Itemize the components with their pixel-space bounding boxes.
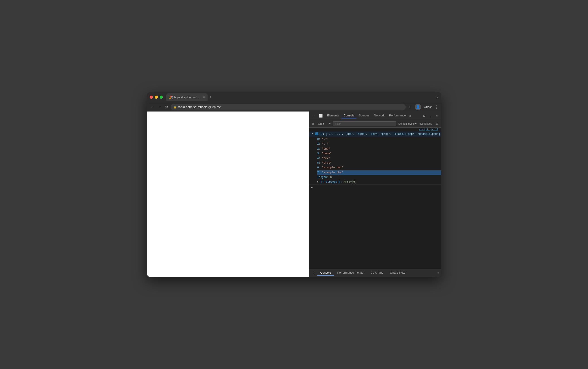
array-item-length: length: 8 xyxy=(317,175,441,180)
item-value: "example.bmp" xyxy=(322,166,343,170)
devtools-bottom-bar: ⋮ Console Performance monitor Coverage W… xyxy=(309,269,441,277)
array-item-prototype: ▶[[Prototype]]: Array(0) xyxy=(317,180,441,184)
console-settings-button[interactable]: ⚙ xyxy=(434,121,440,126)
default-levels-arrow-icon: ▾ xyxy=(415,122,416,125)
array-item-3: 3: "home" xyxy=(317,151,441,156)
back-button[interactable]: ← xyxy=(150,104,155,110)
tab-title: https://rapid-concise-muscle.g... xyxy=(174,96,201,99)
tab-performance[interactable]: Performance xyxy=(387,113,408,118)
item-key: length: xyxy=(317,175,328,180)
tab-close-button[interactable]: × xyxy=(203,96,205,99)
array-item-0: 0: "." xyxy=(317,137,441,142)
bottom-tab-coverage[interactable]: Coverage xyxy=(368,270,386,276)
reload-button[interactable]: ↻ xyxy=(164,104,169,110)
filter-input[interactable] xyxy=(333,121,396,126)
devtools-close-button[interactable]: × xyxy=(435,113,439,118)
item-value: ".." xyxy=(322,142,328,146)
info-badge: i xyxy=(315,132,318,135)
default-levels-label: Default levels xyxy=(398,122,415,125)
url-bar[interactable]: 🔒 rapid-concise-muscle.glitch.me xyxy=(171,104,406,110)
address-right-controls: ⊡ 👤 Guest ⋮ xyxy=(409,104,438,110)
console-toolbar: ⊘ top ▾ 👁 Default levels ▾ No Issues ⚙ xyxy=(309,120,441,128)
minimize-button[interactable] xyxy=(155,96,158,99)
item-value: "dev" xyxy=(322,156,330,161)
console-clear-button[interactable]: ⊘ xyxy=(311,121,316,126)
item-key: 7: xyxy=(317,171,320,175)
avatar-button[interactable]: 👤 xyxy=(415,104,421,110)
item-key: 6: xyxy=(317,166,320,170)
default-levels-button[interactable]: Default levels ▾ xyxy=(397,122,418,126)
lock-icon: 🔒 xyxy=(173,105,177,109)
title-bar: 🎉 https://rapid-concise-muscle.g... × + … xyxy=(147,92,441,102)
address-bar: ← → ↻ 🔒 rapid-concise-muscle.glitch.me ⊡… xyxy=(147,102,441,112)
item-value: 8 xyxy=(330,175,332,180)
tab-bar: 🎉 https://rapid-concise-muscle.g... × + xyxy=(166,93,434,101)
browser-window: 🎉 https://rapid-concise-muscle.g... × + … xyxy=(147,92,441,277)
console-prompt[interactable]: ▶ xyxy=(309,184,441,190)
devtools-more-button[interactable]: ⋮ xyxy=(428,113,434,118)
bottom-dots-button[interactable]: ⋮ xyxy=(311,271,317,275)
main-area: ⬚ ⬜ Elements Console Sources Network Per… xyxy=(147,112,441,277)
tab-sources[interactable]: Sources xyxy=(356,113,372,118)
array-item-2: 2: "tmp" xyxy=(317,147,441,151)
item-value: "." xyxy=(322,137,327,142)
array-summary-text: (8) ['.', '..', 'tmp', 'home', 'dev', 'p… xyxy=(319,133,440,136)
item-value: "home" xyxy=(322,152,332,156)
avatar-icon: 👤 xyxy=(416,105,420,109)
url-text: rapid-concise-muscle.glitch.me xyxy=(178,105,221,109)
context-arrow-icon: ▾ xyxy=(323,122,324,125)
tab-network[interactable]: Network xyxy=(372,113,387,118)
devtools-toolbar: ⬚ ⬜ Elements Console Sources Network Per… xyxy=(309,112,441,120)
guest-label[interactable]: Guest xyxy=(424,105,432,109)
expand-arrow-icon[interactable]: ▼ xyxy=(312,133,314,135)
bottom-tab-whats-new[interactable]: What's New xyxy=(386,270,408,276)
array-item-5: 5: "proc" xyxy=(317,161,441,165)
console-array-summary: (8) ['.', '..', 'tmp', 'home', 'dev', 'p… xyxy=(319,132,441,136)
tab-console[interactable]: Console xyxy=(342,113,357,118)
prototype-arrow-icon[interactable]: ▶ xyxy=(317,180,319,184)
device-emulation-button[interactable]: ⬜ xyxy=(317,113,324,118)
more-options-button[interactable]: ⋮ xyxy=(434,104,438,110)
array-item-7: 7: "example.pbm" xyxy=(317,170,441,175)
console-output[interactable]: script.js:10 ▼ i (8) ['.', '..', 'tmp', … xyxy=(309,128,441,269)
devtools-panel: ⬚ ⬜ Elements Console Sources Network Per… xyxy=(309,112,441,277)
item-key: 1: xyxy=(317,142,320,146)
bottom-tab-performance-monitor[interactable]: Performance monitor xyxy=(334,270,367,276)
devtools-tabs: Elements Console Sources Network Perform… xyxy=(325,113,421,118)
context-selector[interactable]: top ▾ xyxy=(317,121,325,126)
traffic-lights xyxy=(150,96,163,99)
item-key: 3: xyxy=(317,152,320,156)
devtools-settings-button[interactable]: ⚙ xyxy=(421,113,427,118)
console-array-items: 0: "." 1: ".." 2: "tmp" 3: "home" 4: "de… xyxy=(309,137,441,184)
prompt-arrow-icon: ▶ xyxy=(311,186,313,189)
item-key: 2: xyxy=(317,147,320,151)
console-array-entry: ▼ i (8) ['.', '..', 'tmp', 'home', 'dev'… xyxy=(309,132,441,137)
active-tab[interactable]: 🎉 https://rapid-concise-muscle.g... × xyxy=(166,93,208,101)
close-button[interactable] xyxy=(150,96,153,99)
array-item-4: 4: "dev" xyxy=(317,156,441,161)
eye-button[interactable]: 👁 xyxy=(326,121,332,126)
item-value: Array(0) xyxy=(344,180,357,184)
bottom-close-button[interactable]: × xyxy=(437,271,439,275)
tab-elements[interactable]: Elements xyxy=(325,113,342,118)
item-value: "example.pbm" xyxy=(322,171,343,175)
item-key: 5: xyxy=(317,161,320,165)
forward-button[interactable]: → xyxy=(157,104,162,110)
webpage-content[interactable] xyxy=(147,112,309,277)
item-key: [[Prototype]]: xyxy=(320,180,342,184)
file-reference[interactable]: script.js:10 xyxy=(309,128,441,132)
array-item-1: 1: ".." xyxy=(317,142,441,146)
item-key: 0: xyxy=(317,137,320,142)
more-tabs-button[interactable]: » xyxy=(408,113,412,118)
window-chevron-button[interactable]: ∨ xyxy=(436,95,438,99)
bottom-tab-console[interactable]: Console xyxy=(317,270,334,276)
new-tab-button[interactable]: + xyxy=(208,95,214,100)
devtools-right-icons: ⚙ ⋮ × xyxy=(421,113,439,118)
maximize-button[interactable] xyxy=(160,96,163,99)
devtools-toggle-button[interactable]: ⊡ xyxy=(409,105,412,109)
item-value: "tmp" xyxy=(322,147,330,151)
inspect-element-button[interactable]: ⬚ xyxy=(311,113,317,118)
tab-favicon: 🎉 xyxy=(169,95,173,99)
array-item-6: 6: "example.bmp" xyxy=(317,165,441,170)
no-issues-button[interactable]: No Issues xyxy=(419,122,433,126)
